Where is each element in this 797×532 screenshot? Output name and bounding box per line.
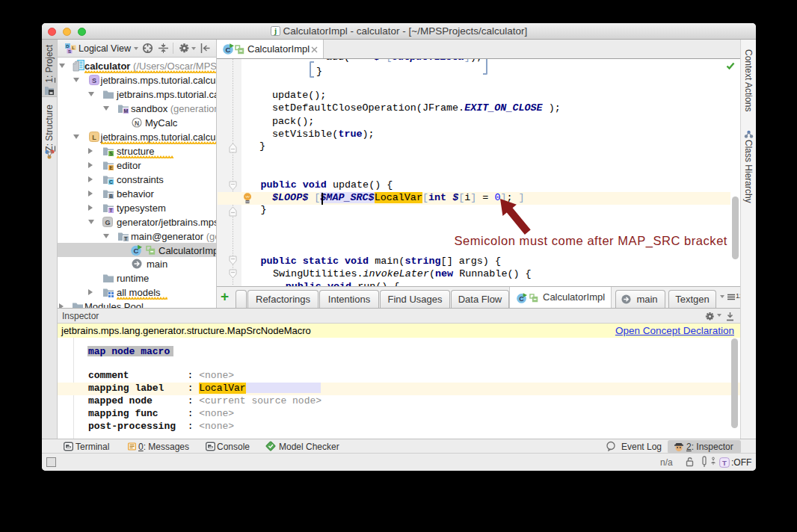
svg-text:M: M [123, 108, 128, 114]
svg-text:B: B [109, 194, 113, 199]
svg-text:N: N [135, 120, 139, 127]
svg-text:L: L [72, 46, 75, 50]
svg-text:C: C [109, 179, 113, 185]
svg-text:S: S [109, 151, 113, 156]
svg-text:E: E [109, 165, 113, 170]
svg-text:T: T [722, 459, 727, 467]
svg-text:T: T [124, 236, 128, 241]
svg-text:S: S [91, 77, 96, 84]
svg-text:S: S [68, 49, 71, 54]
svg-text:D: D [66, 44, 70, 49]
svg-text:L: L [92, 134, 96, 141]
svg-text:G: G [105, 218, 110, 226]
svg-text:j: j [274, 27, 277, 35]
svg-text:T: T [109, 208, 113, 213]
